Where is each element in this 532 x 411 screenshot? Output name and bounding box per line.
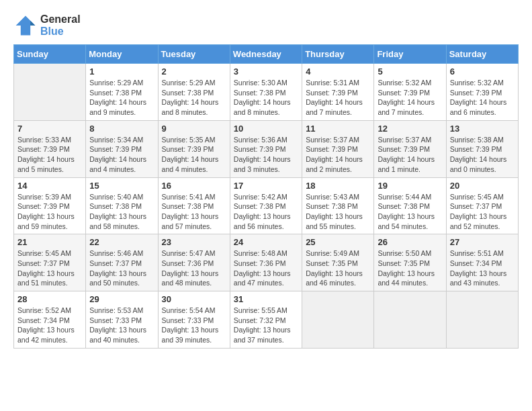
day-number: 16 xyxy=(162,181,226,191)
weekday-header-thursday: Thursday xyxy=(302,45,374,64)
day-info: Sunrise: 5:30 AMSunset: 7:38 PMDaylight:… xyxy=(234,78,298,118)
day-number: 28 xyxy=(17,294,82,304)
calendar-cell xyxy=(302,291,374,349)
day-info: Sunrise: 5:48 AMSunset: 7:36 PMDaylight:… xyxy=(234,248,298,288)
calendar-cell xyxy=(14,64,86,121)
day-info: Sunrise: 5:46 AMSunset: 7:37 PMDaylight:… xyxy=(89,248,154,288)
calendar-cell: 24Sunrise: 5:48 AMSunset: 7:36 PMDayligh… xyxy=(230,234,302,291)
day-info: Sunrise: 5:45 AMSunset: 7:37 PMDaylight:… xyxy=(17,248,82,288)
calendar-cell: 12Sunrise: 5:37 AMSunset: 7:39 PMDayligh… xyxy=(374,120,446,177)
weekday-header-row: SundayMondayTuesdayWednesdayThursdayFrid… xyxy=(14,45,519,64)
day-info: Sunrise: 5:55 AMSunset: 7:32 PMDaylight:… xyxy=(234,306,298,345)
weekday-header-friday: Friday xyxy=(374,45,446,64)
day-number: 19 xyxy=(378,181,442,191)
calendar-cell: 19Sunrise: 5:44 AMSunset: 7:38 PMDayligh… xyxy=(374,177,446,234)
day-number: 30 xyxy=(162,294,226,304)
day-info: Sunrise: 5:37 AMSunset: 7:39 PMDaylight:… xyxy=(306,135,370,175)
calendar-cell: 17Sunrise: 5:42 AMSunset: 7:38 PMDayligh… xyxy=(230,177,302,234)
calendar-cell: 1Sunrise: 5:29 AMSunset: 7:38 PMDaylight… xyxy=(86,64,158,121)
calendar-cell: 9Sunrise: 5:35 AMSunset: 7:39 PMDaylight… xyxy=(158,120,230,177)
day-info: Sunrise: 5:36 AMSunset: 7:39 PMDaylight:… xyxy=(234,135,298,175)
calendar-cell: 22Sunrise: 5:46 AMSunset: 7:37 PMDayligh… xyxy=(86,234,158,291)
day-number: 15 xyxy=(89,181,154,191)
calendar-cell: 15Sunrise: 5:40 AMSunset: 7:38 PMDayligh… xyxy=(86,177,158,234)
day-number: 21 xyxy=(17,237,82,247)
day-info: Sunrise: 5:38 AMSunset: 7:39 PMDaylight:… xyxy=(450,135,515,175)
calendar-cell: 5Sunrise: 5:32 AMSunset: 7:39 PMDaylight… xyxy=(374,64,446,121)
calendar-cell: 23Sunrise: 5:47 AMSunset: 7:36 PMDayligh… xyxy=(158,234,230,291)
day-info: Sunrise: 5:43 AMSunset: 7:38 PMDaylight:… xyxy=(306,192,370,232)
day-info: Sunrise: 5:40 AMSunset: 7:38 PMDaylight:… xyxy=(89,192,154,232)
day-info: Sunrise: 5:53 AMSunset: 7:33 PMDaylight:… xyxy=(89,306,154,345)
calendar-week-row: 28Sunrise: 5:52 AMSunset: 7:34 PMDayligh… xyxy=(14,291,519,349)
calendar-week-row: 14Sunrise: 5:39 AMSunset: 7:39 PMDayligh… xyxy=(14,177,519,234)
calendar-week-row: 1Sunrise: 5:29 AMSunset: 7:38 PMDaylight… xyxy=(14,64,519,121)
day-info: Sunrise: 5:29 AMSunset: 7:38 PMDaylight:… xyxy=(162,78,226,118)
day-number: 14 xyxy=(17,181,82,191)
day-number: 20 xyxy=(450,181,515,191)
day-number: 22 xyxy=(89,237,154,247)
day-info: Sunrise: 5:37 AMSunset: 7:39 PMDaylight:… xyxy=(378,135,442,175)
day-number: 23 xyxy=(162,237,226,247)
weekday-header-tuesday: Tuesday xyxy=(158,45,230,64)
day-number: 6 xyxy=(450,66,515,77)
day-number: 8 xyxy=(89,124,154,134)
day-info: Sunrise: 5:42 AMSunset: 7:38 PMDaylight:… xyxy=(234,192,298,232)
logo-text: General Blue xyxy=(40,13,81,38)
day-info: Sunrise: 5:51 AMSunset: 7:34 PMDaylight:… xyxy=(450,248,515,288)
day-info: Sunrise: 5:35 AMSunset: 7:39 PMDaylight:… xyxy=(162,135,226,175)
day-number: 31 xyxy=(234,294,298,304)
calendar-cell xyxy=(446,291,518,349)
day-number: 9 xyxy=(162,124,226,134)
calendar-cell: 28Sunrise: 5:52 AMSunset: 7:34 PMDayligh… xyxy=(14,291,86,349)
calendar-cell: 14Sunrise: 5:39 AMSunset: 7:39 PMDayligh… xyxy=(14,177,86,234)
calendar-cell: 27Sunrise: 5:51 AMSunset: 7:34 PMDayligh… xyxy=(446,234,518,291)
day-number: 12 xyxy=(378,124,442,134)
calendar-cell: 16Sunrise: 5:41 AMSunset: 7:38 PMDayligh… xyxy=(158,177,230,234)
logo: General Blue xyxy=(13,13,81,38)
day-number: 29 xyxy=(89,294,154,304)
calendar-cell: 8Sunrise: 5:34 AMSunset: 7:39 PMDaylight… xyxy=(86,120,158,177)
day-number: 13 xyxy=(450,124,515,134)
logo-icon xyxy=(13,13,38,38)
day-number: 11 xyxy=(306,124,370,134)
calendar-cell xyxy=(374,291,446,349)
weekday-header-sunday: Sunday xyxy=(14,45,86,64)
calendar-cell: 3Sunrise: 5:30 AMSunset: 7:38 PMDaylight… xyxy=(230,64,302,121)
day-info: Sunrise: 5:32 AMSunset: 7:39 PMDaylight:… xyxy=(378,78,442,118)
day-info: Sunrise: 5:44 AMSunset: 7:38 PMDaylight:… xyxy=(378,192,442,232)
day-info: Sunrise: 5:45 AMSunset: 7:37 PMDaylight:… xyxy=(450,192,515,232)
calendar-cell: 7Sunrise: 5:33 AMSunset: 7:39 PMDaylight… xyxy=(14,120,86,177)
weekday-header-saturday: Saturday xyxy=(446,45,518,64)
calendar-cell: 11Sunrise: 5:37 AMSunset: 7:39 PMDayligh… xyxy=(302,120,374,177)
calendar-cell: 2Sunrise: 5:29 AMSunset: 7:38 PMDaylight… xyxy=(158,64,230,121)
day-number: 4 xyxy=(306,66,370,77)
day-number: 26 xyxy=(378,237,442,247)
weekday-header-monday: Monday xyxy=(86,45,158,64)
day-number: 2 xyxy=(162,66,226,77)
day-info: Sunrise: 5:52 AMSunset: 7:34 PMDaylight:… xyxy=(17,306,82,345)
day-info: Sunrise: 5:29 AMSunset: 7:38 PMDaylight:… xyxy=(89,78,154,118)
day-info: Sunrise: 5:34 AMSunset: 7:39 PMDaylight:… xyxy=(89,135,154,175)
day-number: 18 xyxy=(306,181,370,191)
day-number: 1 xyxy=(89,66,154,77)
calendar-table: SundayMondayTuesdayWednesdayThursdayFrid… xyxy=(13,44,519,349)
calendar-cell: 26Sunrise: 5:50 AMSunset: 7:35 PMDayligh… xyxy=(374,234,446,291)
day-info: Sunrise: 5:31 AMSunset: 7:39 PMDaylight:… xyxy=(306,78,370,118)
calendar-cell: 6Sunrise: 5:32 AMSunset: 7:39 PMDaylight… xyxy=(446,64,518,121)
day-info: Sunrise: 5:47 AMSunset: 7:36 PMDaylight:… xyxy=(162,248,226,288)
calendar-cell: 4Sunrise: 5:31 AMSunset: 7:39 PMDaylight… xyxy=(302,64,374,121)
calendar-cell: 29Sunrise: 5:53 AMSunset: 7:33 PMDayligh… xyxy=(86,291,158,349)
day-info: Sunrise: 5:39 AMSunset: 7:39 PMDaylight:… xyxy=(17,192,82,232)
day-info: Sunrise: 5:49 AMSunset: 7:35 PMDaylight:… xyxy=(306,248,370,288)
calendar-header: General Blue xyxy=(13,13,519,38)
calendar-cell: 20Sunrise: 5:45 AMSunset: 7:37 PMDayligh… xyxy=(446,177,518,234)
calendar-cell: 31Sunrise: 5:55 AMSunset: 7:32 PMDayligh… xyxy=(230,291,302,349)
day-number: 27 xyxy=(450,237,515,247)
calendar-cell: 21Sunrise: 5:45 AMSunset: 7:37 PMDayligh… xyxy=(14,234,86,291)
day-number: 7 xyxy=(17,124,82,134)
calendar-cell: 13Sunrise: 5:38 AMSunset: 7:39 PMDayligh… xyxy=(446,120,518,177)
calendar-week-row: 21Sunrise: 5:45 AMSunset: 7:37 PMDayligh… xyxy=(14,234,519,291)
day-info: Sunrise: 5:54 AMSunset: 7:33 PMDaylight:… xyxy=(162,306,226,345)
calendar-week-row: 7Sunrise: 5:33 AMSunset: 7:39 PMDaylight… xyxy=(14,120,519,177)
